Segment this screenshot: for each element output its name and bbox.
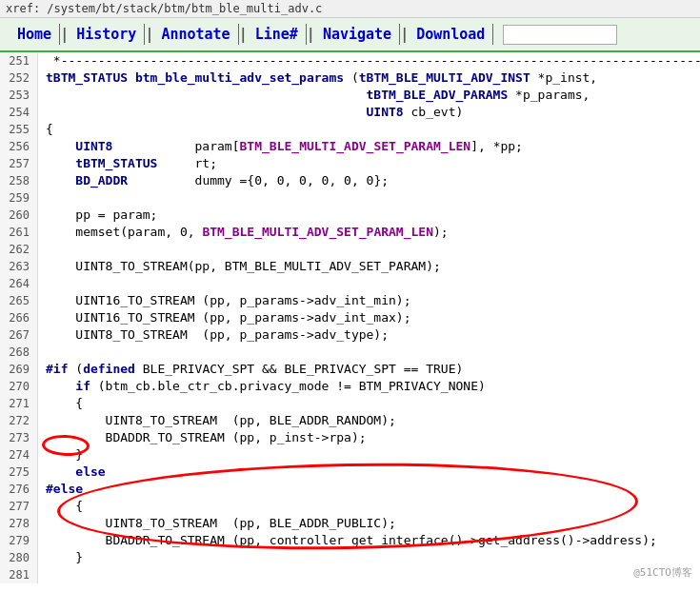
line-num-252: 252 xyxy=(0,69,38,87)
line-num-279: 279 xyxy=(0,532,38,549)
code-line-270: 270 if (btm_cb.ble_ctr_cb.privacy_mode !… xyxy=(0,378,700,395)
code-line-262: 262 xyxy=(0,241,700,258)
line-content-255: { xyxy=(38,121,700,138)
code-line-265: 265 UINT16_TO_STREAM (pp, p_params->adv_… xyxy=(0,292,700,309)
nav-navigate[interactable]: Navigate xyxy=(315,24,400,45)
line-num-268: 268 xyxy=(0,344,38,361)
line-content-280: } xyxy=(38,549,700,566)
line-content-265: UINT16_TO_STREAM (pp, p_params->adv_int_… xyxy=(38,292,700,309)
nav-home[interactable]: Home xyxy=(10,24,60,45)
code-line-260: 260 pp = param; xyxy=(0,207,700,224)
code-line-256: 256 UINT8 param[BTM_BLE_MULTI_ADV_SET_PA… xyxy=(0,138,700,155)
line-num-271: 271 xyxy=(0,395,38,412)
line-content-271: { xyxy=(38,395,700,412)
line-num-277: 277 xyxy=(0,498,38,515)
code-line-266: 266 UINT16_TO_STREAM (pp, p_params->adv_… xyxy=(0,309,700,326)
line-content-272: UINT8_TO_STREAM (pp, BLE_ADDR_RANDOM); xyxy=(38,412,700,429)
code-line-277: 277 { xyxy=(0,498,700,515)
line-num-266: 266 xyxy=(0,309,38,326)
line-content-252: tBTM_STATUS btm_ble_multi_adv_set_params… xyxy=(38,69,700,87)
line-content-268 xyxy=(38,344,700,361)
line-num-258: 258 xyxy=(0,172,38,189)
line-content-260: pp = param; xyxy=(38,207,700,224)
line-num-275: 275 xyxy=(0,464,38,481)
line-content-274: } xyxy=(38,446,700,464)
line-num-280: 280 xyxy=(0,549,38,566)
line-content-263: UINT8_TO_STREAM(pp, BTM_BLE_MULTI_ADV_SE… xyxy=(38,258,700,275)
code-line-276: 276 #else xyxy=(0,481,700,498)
line-num-253: 253 xyxy=(0,87,38,104)
nav-bar: Home | History | Annotate | Line# | Navi… xyxy=(0,18,700,52)
code-line-261: 261 memset(param, 0, BTM_BLE_MULTI_ADV_S… xyxy=(0,224,700,241)
code-line-279: 279 BDADDR_TO_STREAM (pp, controller_get… xyxy=(0,532,700,549)
code-line-269: 269 #if (defined BLE_PRIVACY_SPT && BLE_… xyxy=(0,361,700,378)
line-content-278: UINT8_TO_STREAM (pp, BLE_ADDR_PUBLIC); xyxy=(38,515,700,532)
line-content-270: if (btm_cb.ble_ctr_cb.privacy_mode != BT… xyxy=(38,378,700,395)
code-line-268: 268 xyxy=(0,344,700,361)
code-line-257: 257 tBTM_STATUS rt; xyxy=(0,155,700,172)
line-content-267: UINT8_TO_STREAM (pp, p_params->adv_type)… xyxy=(38,326,700,344)
code-line-258: 258 BD_ADDR dummy ={0, 0, 0, 0, 0, 0}; xyxy=(0,172,700,189)
line-num-273: 273 xyxy=(0,429,38,446)
code-line-251: 251 *-----------------------------------… xyxy=(0,52,700,69)
line-num-278: 278 xyxy=(0,515,38,532)
line-content-281 xyxy=(38,566,700,583)
code-line-263: 263 UINT8_TO_STREAM(pp, BTM_BLE_MULTI_AD… xyxy=(0,258,700,275)
line-content-276: #else xyxy=(38,481,700,498)
line-content-269: #if (defined BLE_PRIVACY_SPT && BLE_PRIV… xyxy=(38,361,700,378)
line-content-257: tBTM_STATUS rt; xyxy=(38,155,700,172)
line-num-276: 276 xyxy=(0,481,38,498)
nav-lineno[interactable]: Line# xyxy=(248,24,307,45)
code-line-274: 274 } xyxy=(0,446,700,464)
line-content-261: memset(param, 0, BTM_BLE_MULTI_ADV_SET_P… xyxy=(38,224,700,241)
line-content-259 xyxy=(38,189,700,207)
line-num-254: 254 xyxy=(0,104,38,121)
line-num-270: 270 xyxy=(0,378,38,395)
line-content-253: tBTM_BLE_ADV_PARAMS *p_params, xyxy=(38,87,700,104)
line-content-254: UINT8 cb_evt) xyxy=(38,104,700,121)
code-line-253: 253 tBTM_BLE_ADV_PARAMS *p_params, xyxy=(0,87,700,104)
line-num-269: 269 xyxy=(0,361,38,378)
line-content-264 xyxy=(38,275,700,292)
watermark: @51CTO博客 xyxy=(633,565,692,580)
line-num-267: 267 xyxy=(0,326,38,344)
line-num-255: 255 xyxy=(0,121,38,138)
line-content-266: UINT16_TO_STREAM (pp, p_params->adv_int_… xyxy=(38,309,700,326)
line-num-251: 251 xyxy=(0,52,38,69)
code-line-273: 273 BDADDR_TO_STREAM (pp, p_inst->rpa); xyxy=(0,429,700,446)
line-num-262: 262 xyxy=(0,241,38,258)
line-content-279: BDADDR_TO_STREAM (pp, controller_get_int… xyxy=(38,532,700,549)
line-num-257: 257 xyxy=(0,155,38,172)
code-line-271: 271 { xyxy=(0,395,700,412)
line-content-262 xyxy=(38,241,700,258)
code-line-259: 259 xyxy=(0,189,700,207)
line-content-258: BD_ADDR dummy ={0, 0, 0, 0, 0, 0}; xyxy=(38,172,700,189)
line-num-261: 261 xyxy=(0,224,38,241)
code-area: 251 *-----------------------------------… xyxy=(0,52,700,583)
line-num-264: 264 xyxy=(0,275,38,292)
line-content-251: *---------------------------------------… xyxy=(38,52,700,69)
search-input[interactable] xyxy=(503,25,617,45)
code-line-278: 278 UINT8_TO_STREAM (pp, BLE_ADDR_PUBLIC… xyxy=(0,515,700,532)
xref-path: xref: /system/bt/stack/btm/btm_ble_multi… xyxy=(6,2,322,15)
line-num-259: 259 xyxy=(0,189,38,207)
code-line-252: 252 tBTM_STATUS btm_ble_multi_adv_set_pa… xyxy=(0,69,700,87)
code-line-255: 255 { xyxy=(0,121,700,138)
code-line-275: 275 else xyxy=(0,464,700,481)
code-line-280: 280 } xyxy=(0,549,700,566)
line-num-260: 260 xyxy=(0,207,38,224)
code-line-264: 264 xyxy=(0,275,700,292)
line-num-263: 263 xyxy=(0,258,38,275)
line-content-256: UINT8 param[BTM_BLE_MULTI_ADV_SET_PARAM_… xyxy=(38,138,700,155)
code-line-281: 281 xyxy=(0,566,700,583)
code-line-267: 267 UINT8_TO_STREAM (pp, p_params->adv_t… xyxy=(0,326,700,344)
line-content-273: BDADDR_TO_STREAM (pp, p_inst->rpa); xyxy=(38,429,700,446)
line-num-265: 265 xyxy=(0,292,38,309)
nav-annotate[interactable]: Annotate xyxy=(153,24,238,45)
line-num-274: 274 xyxy=(0,446,38,464)
nav-history[interactable]: History xyxy=(69,24,145,45)
nav-download[interactable]: Download xyxy=(409,24,493,45)
line-num-272: 272 xyxy=(0,412,38,429)
line-content-275: else xyxy=(38,464,700,481)
line-num-281: 281 xyxy=(0,566,38,583)
